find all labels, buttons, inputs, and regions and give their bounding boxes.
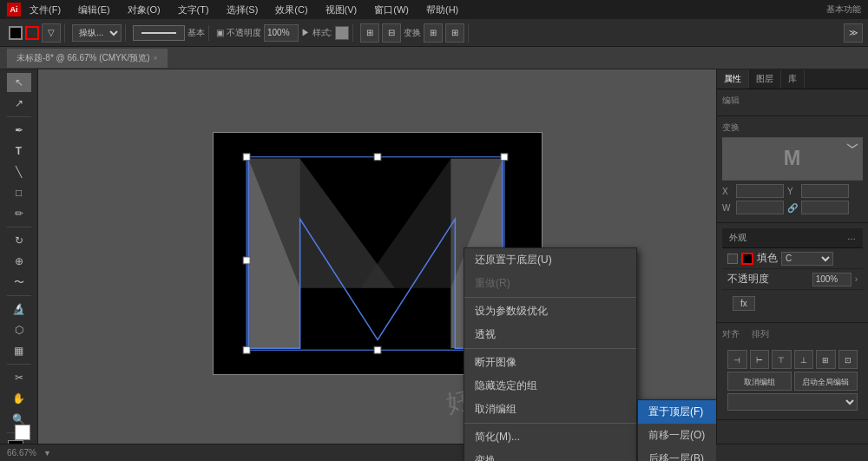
arrange-select-row	[727, 393, 858, 411]
toolbar-group-opacity: ▣ 不透明度 ▶ 样式:	[213, 24, 353, 42]
fill-checkbox[interactable]	[727, 254, 738, 264]
ctx-undo[interactable]: 还原置于底层(U)	[464, 248, 636, 272]
document-tabs: 未标题-8* @ 66.67% (CMYK/预览) ×	[0, 47, 868, 69]
line-tool-btn[interactable]	[133, 25, 185, 41]
align-bottom-btn[interactable]: ⊡	[838, 350, 858, 369]
fill-swatch[interactable]	[741, 253, 753, 265]
stroke-color-btn[interactable]	[25, 26, 39, 40]
right-panel: 属性 图层 库 编辑 变换 M X Y	[716, 69, 868, 461]
status-info: ▼	[43, 449, 51, 458]
x-input[interactable]	[736, 184, 784, 198]
sub-bring-front[interactable]: 置于顶层(F) Shift+Ctrl+]	[638, 400, 716, 424]
hand-tool[interactable]: ✋	[7, 389, 31, 408]
ctx-perspective[interactable]: 透视	[464, 323, 636, 346]
align-right-btn[interactable]: ⊤	[772, 350, 792, 369]
warp-tool[interactable]: 〜	[7, 273, 31, 292]
canvas-area: 还原置于底层(U) 重做(R) 设为参数级优化 透视 断开图像 隐藏选定的组 取…	[38, 69, 716, 461]
menu-window[interactable]: 窗口(W)	[371, 2, 412, 18]
menu-edit[interactable]: 编辑(E)	[75, 2, 114, 18]
fx-row: fx	[722, 290, 863, 317]
menu-text[interactable]: 文字(T)	[174, 2, 213, 18]
brush-tool[interactable]: ✏	[7, 204, 31, 223]
w-input[interactable]	[736, 201, 784, 214]
sort-header: 排列	[752, 328, 769, 340]
opacity-value[interactable]	[812, 273, 852, 286]
edit-section: 编辑	[717, 89, 868, 116]
grid-btn[interactable]: ⊞	[360, 23, 379, 43]
ctx-break-link[interactable]: 断开图像	[464, 351, 636, 374]
scale-tool[interactable]: ⊕	[7, 252, 31, 271]
rotate-tool[interactable]: ↻	[7, 231, 31, 250]
arrange-select[interactable]	[727, 393, 858, 411]
ctx-hide-group[interactable]: 隐藏选定的组	[464, 374, 636, 398]
h-input[interactable]	[801, 201, 849, 214]
align-center-btn[interactable]: ⊢	[750, 350, 770, 369]
svg-rect-11	[243, 256, 250, 263]
menu-file[interactable]: 文件(F)	[26, 2, 64, 18]
sub-backward[interactable]: 后移一层(B) Ctrl+[	[638, 447, 716, 461]
y-input[interactable]	[801, 184, 849, 198]
select-tool[interactable]: ↖	[7, 73, 31, 92]
menu-object[interactable]: 对象(O)	[124, 2, 164, 18]
menu-select[interactable]: 选择(S)	[223, 2, 262, 18]
thumb-icon[interactable]	[845, 141, 859, 157]
menu-effect[interactable]: 效果(C)	[272, 2, 311, 18]
tab-close-btn[interactable]: ×	[154, 54, 158, 63]
pen-tool[interactable]: ✒	[7, 121, 31, 140]
fill-select[interactable]: C	[781, 252, 833, 266]
global-edit-btn[interactable]: 启动全局编辑	[794, 372, 858, 391]
align-mid-btn[interactable]: ⊞	[816, 350, 836, 369]
toolbar-group-stroke: ▽	[5, 23, 65, 43]
menu-view[interactable]: 视图(V)	[322, 2, 361, 18]
pathfinder-btn[interactable]: ⊞	[445, 23, 464, 43]
type-tool[interactable]: T	[7, 142, 31, 161]
opacity-arrow[interactable]: ›	[855, 274, 858, 284]
transform-btn[interactable]: ⊟	[382, 23, 401, 43]
arrange-header: 对齐	[722, 328, 740, 340]
right-panel-tabs: 属性 图层 库	[717, 69, 868, 89]
background-color[interactable]	[15, 425, 30, 440]
doc-tab[interactable]: 未标题-8* @ 66.67% (CMYK/预览) ×	[7, 49, 168, 68]
eyedrop-tool[interactable]: 🔬	[7, 300, 31, 319]
arrange-submenu: 置于顶层(F) Shift+Ctrl+] 前移一层(O) Ctrl+] 后移一层…	[637, 399, 716, 461]
edit-label: 编辑	[722, 95, 863, 107]
stroke-none-btn[interactable]: ▽	[42, 23, 61, 43]
ctx-simplify[interactable]: 简化(M)...	[464, 425, 636, 449]
rpanel-tab-libraries[interactable]: 库	[781, 69, 805, 89]
opacity-input[interactable]	[264, 24, 299, 42]
line-tool[interactable]: ╲	[7, 162, 31, 181]
fill-row: 填色 C	[722, 248, 863, 269]
fx-button[interactable]: fx	[733, 296, 755, 311]
menu-help[interactable]: 帮助(H)	[423, 2, 462, 18]
xy-row: X Y	[722, 184, 863, 198]
style-btn[interactable]	[335, 26, 349, 40]
ctx-transform[interactable]: 变换	[464, 449, 636, 461]
sub-forward[interactable]: 前移一层(O) Ctrl+]	[638, 424, 716, 447]
rpanel-tab-layers[interactable]: 图层	[749, 69, 781, 89]
expand-btn[interactable]: ≫	[844, 23, 863, 43]
ungroup-btn[interactable]: 取消编组	[727, 372, 792, 391]
tool-group-paint: 🔬 ⬡ ▦	[7, 300, 31, 365]
link-icon[interactable]: 🔗	[787, 203, 798, 213]
ctx-sep-3	[464, 423, 636, 424]
align-left-btn[interactable]: ⊣	[727, 350, 747, 369]
fill-btn[interactable]	[9, 26, 23, 40]
ctx-ungroup[interactable]: 取消编组	[464, 398, 636, 421]
direct-select-tool[interactable]: ↗	[7, 94, 31, 113]
status-bar: 66.67% ▼	[0, 444, 868, 461]
ctx-param-optimize[interactable]: 设为参数级优化	[464, 300, 636, 323]
arrange-section: 对齐 排列 ⊣ ⊢ ⊤ ⊥ ⊞ ⊡ 取消编组 启动全局编辑	[717, 323, 868, 420]
zoom-level[interactable]: 66.67%	[7, 448, 36, 458]
align-top-btn[interactable]: ⊥	[794, 350, 814, 369]
scissors-tool[interactable]: ✂	[7, 368, 31, 387]
paint-tool[interactable]: ⬡	[7, 320, 31, 339]
appear-expand[interactable]: …	[847, 232, 856, 244]
tool-select[interactable]: 操纵...	[72, 24, 122, 42]
tool-group-select: ↖ ↗	[7, 73, 31, 117]
arrange-header-row: 对齐 排列	[722, 328, 863, 344]
gradient-tool[interactable]: ▦	[7, 341, 31, 360]
rect-tool[interactable]: □	[7, 183, 31, 202]
doc-tab-label: 未标题-8* @ 66.67% (CMYK/预览)	[16, 52, 150, 64]
rpanel-tab-properties[interactable]: 属性	[717, 69, 749, 89]
align-btn[interactable]: ⊞	[424, 23, 443, 43]
